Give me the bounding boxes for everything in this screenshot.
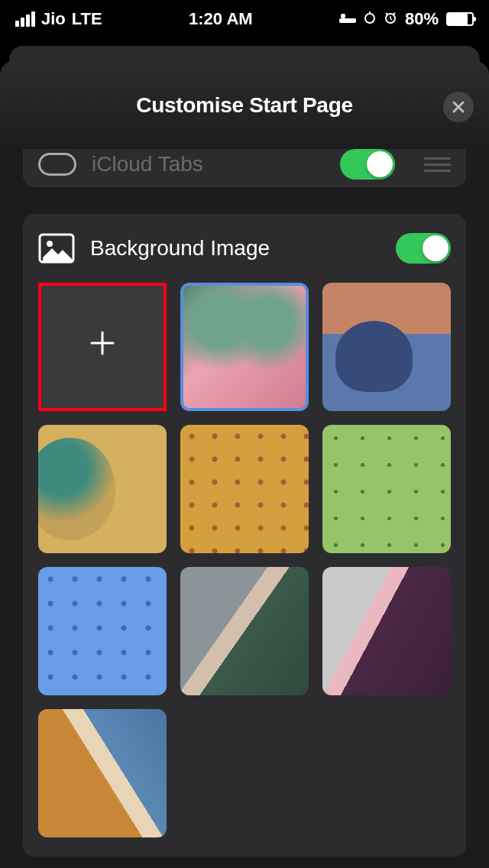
svg-point-2: [365, 14, 374, 23]
clock: 1:20 AM: [189, 9, 253, 29]
wallpaper-dots-green[interactable]: [322, 425, 451, 553]
svg-rect-1: [341, 14, 345, 18]
svg-point-5: [47, 241, 53, 247]
signal-icon: [15, 11, 35, 27]
background-image-label: Background Image: [90, 236, 381, 261]
wallpaper-grid: [38, 283, 451, 837]
battery-percent: 80%: [405, 9, 439, 29]
alarm-icon: [384, 9, 397, 29]
wallpaper-butterfly[interactable]: [180, 283, 309, 411]
lock-icon: [364, 9, 376, 29]
icloud-tabs-icon: [38, 153, 76, 176]
wallpaper-dots-orange[interactable]: [180, 425, 309, 553]
wallpaper-bear[interactable]: [322, 283, 451, 411]
add-custom-wallpaper-button[interactable]: [38, 283, 167, 411]
svg-rect-0: [339, 18, 356, 23]
wallpaper-parrot[interactable]: [38, 425, 167, 553]
network-label: LTE: [72, 9, 102, 29]
customise-sheet: Customise Start Page iCloud Tabs Backgro…: [0, 61, 489, 868]
bed-icon: [339, 9, 356, 29]
icloud-tabs-label: iCloud Tabs: [92, 152, 325, 177]
wallpaper-dots-blue[interactable]: [38, 567, 167, 695]
plus-icon: [86, 326, 119, 368]
battery-icon: [446, 12, 474, 26]
close-button[interactable]: [443, 92, 474, 122]
background-image-section: Background Image: [23, 214, 466, 857]
icloud-tabs-row: iCloud Tabs: [23, 149, 466, 187]
carrier-label: Jio: [41, 9, 66, 29]
icloud-tabs-toggle[interactable]: [340, 149, 395, 180]
wallpaper-geometric-purple[interactable]: [322, 567, 451, 695]
sheet-title: Customise Start Page: [136, 93, 352, 118]
image-icon: [38, 233, 75, 264]
wallpaper-geometric-orange[interactable]: [38, 709, 167, 837]
status-bar: Jio LTE 1:20 AM 80%: [0, 0, 489, 38]
background-image-toggle[interactable]: [396, 233, 451, 264]
sheet-header: Customise Start Page: [0, 61, 489, 149]
close-icon: [452, 100, 465, 114]
wallpaper-geometric-green[interactable]: [180, 567, 309, 695]
drag-handle-icon[interactable]: [424, 157, 451, 172]
